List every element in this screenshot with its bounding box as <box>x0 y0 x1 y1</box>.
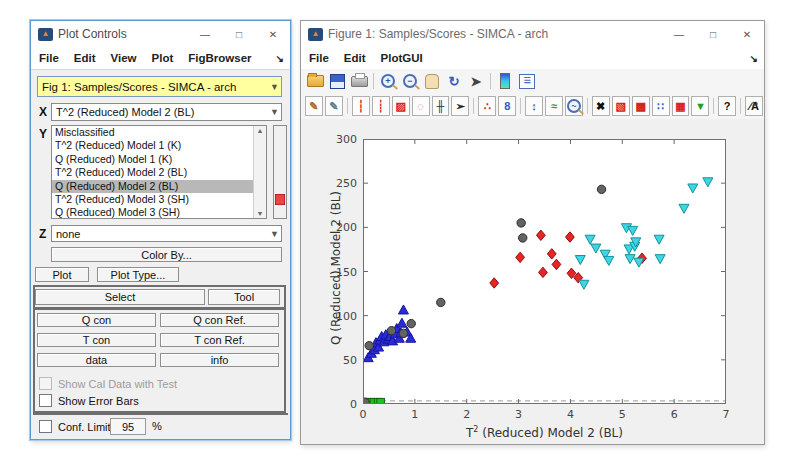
datacursor-icon[interactable]: ➤ <box>466 72 486 91</box>
data-point-red-diamonds[interactable] <box>490 278 499 288</box>
menu-figbrowser[interactable]: FigBrowser <box>188 52 251 64</box>
insert-colorbar-icon[interactable] <box>495 72 515 91</box>
data-point-red-diamonds[interactable] <box>516 252 525 262</box>
select-y-icon[interactable]: ┊ <box>372 96 390 116</box>
scatter-options-icon[interactable]: ∴ <box>478 96 496 116</box>
t-con-button[interactable]: T con <box>37 333 156 347</box>
y-list-item[interactable]: T^2 (Reduced) Model 1 (K) <box>52 139 266 152</box>
menu-view[interactable]: View <box>111 52 137 64</box>
print-icon[interactable] <box>349 72 369 91</box>
plot-controls-titlebar[interactable]: ▲ Plot Controls — □ ✕ <box>31 21 290 48</box>
confidence-ellipses-icon[interactable]: 8 <box>498 96 516 116</box>
menu-file[interactable]: File <box>39 52 59 64</box>
plot-properties-icon[interactable]: ✎ <box>325 96 343 116</box>
q-con-button[interactable]: Q con <box>37 313 156 327</box>
q-con-ref-button[interactable]: Q con Ref. <box>160 313 279 327</box>
data-point-red-diamonds[interactable] <box>552 259 561 269</box>
close-button[interactable]: ✕ <box>256 21 290 47</box>
edit-plot-icon[interactable]: ✎ <box>305 96 323 116</box>
data-point-red-diamonds[interactable] <box>566 232 575 242</box>
figure-titlebar[interactable]: ▲ Figure 1: Samples/Scores - SIMCA - arc… <box>301 21 764 48</box>
data-point-gray-circles[interactable] <box>387 326 395 334</box>
data-point-cyan-down-triangles[interactable] <box>575 256 585 265</box>
select-points-icon[interactable]: ∷ <box>652 96 670 116</box>
spectra-view-icon[interactable]: ≈ <box>545 96 563 116</box>
data-point-blue-up-triangles[interactable] <box>397 318 407 327</box>
info-button[interactable]: info <box>160 353 279 367</box>
data-point-cyan-down-triangles[interactable] <box>604 256 614 265</box>
y-list-item[interactable]: Q (Reduced) Model 2 (BL) <box>52 180 266 193</box>
y-variable-listbox[interactable]: MisclassifiedT^2 (Reduced) Model 1 (K)Q … <box>51 125 267 219</box>
select-button[interactable]: Select <box>35 289 205 305</box>
scroll-down-icon[interactable]: ▼ <box>257 209 264 218</box>
menu-plot[interactable]: Plot <box>152 52 174 64</box>
menu-file[interactable]: File <box>309 52 329 64</box>
t-con-ref-button[interactable]: T con Ref. <box>160 333 279 347</box>
menu-edit[interactable]: Edit <box>74 52 96 64</box>
zoom-in-icon[interactable]: + <box>378 72 398 91</box>
scroll-up-icon[interactable]: ▲ <box>257 126 264 135</box>
maximize-button[interactable]: □ <box>222 21 256 47</box>
data-point-cyan-down-triangles[interactable] <box>591 244 601 253</box>
slider-thumb[interactable] <box>275 194 285 205</box>
data-point-cyan-down-triangles[interactable] <box>579 280 589 289</box>
scatter-plot-canvas[interactable] <box>363 139 726 404</box>
select-class-icon[interactable]: ▧ <box>612 96 630 116</box>
insert-legend-icon[interactable]: ☰ <box>517 72 537 91</box>
list-slider[interactable] <box>273 125 287 219</box>
minimize-button[interactable]: — <box>662 21 696 47</box>
conf-limits-checkbox[interactable]: Conf. Limits: <box>39 420 119 433</box>
z-variable-dropdown[interactable]: none ▼ <box>51 225 282 242</box>
x-variable-dropdown[interactable]: T^2 (Reduced) Model 2 (BL) ▼ <box>51 103 282 121</box>
rotate3d-icon[interactable]: ↻ <box>444 72 464 91</box>
data-button[interactable]: data <box>37 353 156 367</box>
plot-type-button[interactable]: Plot Type... <box>97 267 179 282</box>
y-list-item[interactable]: Misclassified <box>52 126 266 139</box>
select-box-icon[interactable]: ▨ <box>392 96 410 116</box>
y-list-item[interactable]: T^2 (Reduced) Model 3 (SH) <box>52 193 266 206</box>
tools-icon[interactable]: ✖ <box>592 96 610 116</box>
data-point-red-diamonds[interactable] <box>547 249 556 259</box>
pin-axes-icon[interactable]: ➢ <box>451 96 469 116</box>
checkbox-icon[interactable] <box>39 394 52 407</box>
pan-icon[interactable] <box>422 72 442 91</box>
menu-edit[interactable]: Edit <box>344 52 366 64</box>
menu-plotgui[interactable]: PlotGUI <box>381 52 423 64</box>
data-point-cyan-down-triangles[interactable] <box>688 184 698 193</box>
data-point-gray-circles[interactable] <box>597 185 605 193</box>
axis-lines-icon[interactable]: ╫ <box>432 96 450 116</box>
minimize-button[interactable]: — <box>188 21 222 47</box>
data-point-cyan-down-triangles[interactable] <box>585 235 595 244</box>
y-list-item[interactable]: Q (Reduced) Model 1 (K) <box>52 153 266 166</box>
help-icon[interactable]: ? <box>718 96 736 116</box>
color-by-button[interactable]: Color By... <box>51 247 282 262</box>
plot-button[interactable]: Plot <box>35 267 89 282</box>
limits-plot-icon[interactable]: ▼ <box>691 96 709 116</box>
conf-limits-input[interactable] <box>110 418 146 435</box>
open-icon[interactable] <box>305 72 325 91</box>
y-list-item[interactable]: Q (Reduced) Model 3 (SH) <box>52 206 266 219</box>
select-x-icon[interactable]: ┆ <box>352 96 370 116</box>
data-point-blue-up-triangles[interactable] <box>398 305 408 314</box>
resize-vertical-icon[interactable]: ↕ <box>525 96 543 116</box>
data-point-red-diamonds[interactable] <box>536 230 545 240</box>
maximize-button[interactable]: □ <box>696 21 730 47</box>
show-error-bars-checkbox[interactable]: Show Error Bars <box>39 394 139 407</box>
data-point-gray-circles[interactable] <box>399 329 407 337</box>
listbox-scrollbar[interactable]: ▲ ▼ <box>253 126 266 218</box>
data-point-gray-circles[interactable] <box>407 319 415 327</box>
dock-arrow-icon[interactable]: ↘ <box>750 53 758 64</box>
save-icon[interactable] <box>327 72 347 91</box>
checkbox-icon[interactable] <box>39 420 52 433</box>
data-point-cyan-down-triangles[interactable] <box>703 178 713 187</box>
data-point-cyan-down-triangles[interactable] <box>679 204 689 213</box>
data-point-red-diamonds[interactable] <box>539 267 548 277</box>
data-point-cyan-down-triangles[interactable] <box>655 255 665 264</box>
select-class2-icon[interactable]: ▩ <box>632 96 650 116</box>
data-point-gray-circles[interactable] <box>519 234 527 242</box>
zoom-out-icon[interactable]: − <box>400 72 420 91</box>
data-point-gray-circles[interactable] <box>437 298 445 306</box>
zoom-data-icon[interactable]: ~ <box>565 96 583 116</box>
data-point-gray-circles[interactable] <box>517 219 525 227</box>
data-point-cyan-down-triangles[interactable] <box>628 226 638 235</box>
